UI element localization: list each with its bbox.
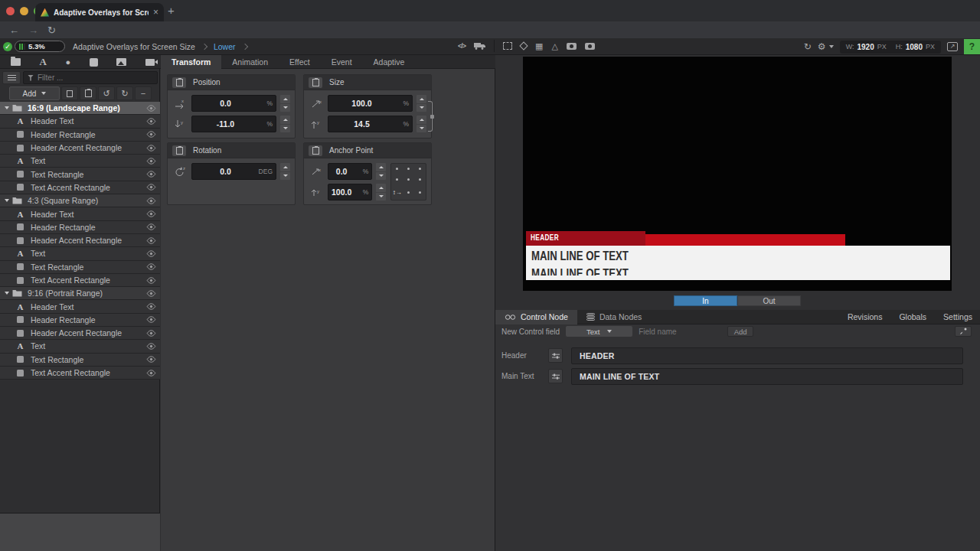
- layer-header-accent-rectangle[interactable]: Header Accent Rectangle: [0, 142, 160, 155]
- tab-adaptive[interactable]: Adaptive: [363, 55, 416, 69]
- preview-canvas[interactable]: HEADER MAIN LINE OF TEXT MAIN LINE OF TE…: [523, 57, 952, 291]
- size-y-input[interactable]: 14.5%: [328, 116, 413, 132]
- tab-control-node[interactable]: Control Node: [495, 310, 577, 324]
- minimize-window-button[interactable]: [20, 7, 28, 15]
- visibility-eye-icon[interactable]: [146, 343, 156, 350]
- size-x-stepper[interactable]: [416, 95, 426, 112]
- breadcrumb-composition[interactable]: Adaptive Overlays for Screen Size: [73, 42, 195, 51]
- anchor-y-input[interactable]: 100.0%: [328, 184, 372, 201]
- layer-text[interactable]: AText: [0, 155, 160, 168]
- layer-header-accent-rectangle[interactable]: Header Accent Rectangle: [0, 234, 160, 247]
- tab-transform[interactable]: Transform: [161, 55, 221, 69]
- position-y-stepper[interactable]: [280, 116, 290, 132]
- zoom-level-indicator[interactable]: 5.3%: [15, 41, 65, 52]
- visibility-eye-icon[interactable]: [146, 303, 156, 310]
- animate-in-button[interactable]: In: [674, 295, 737, 306]
- link-settings[interactable]: Settings: [943, 312, 972, 321]
- remove-layer-button[interactable]: −: [135, 86, 152, 100]
- field-name-input[interactable]: Field name: [639, 328, 721, 336]
- add-video-icon[interactable]: [145, 59, 155, 66]
- duplicate-layer-button[interactable]: [61, 86, 78, 100]
- add-layer-button[interactable]: Add: [9, 86, 60, 100]
- forward-icon[interactable]: →: [28, 25, 38, 35]
- screenshot-icon[interactable]: [585, 43, 595, 50]
- add-rectangle-icon[interactable]: [90, 58, 98, 67]
- layer-header-accent-rectangle[interactable]: Header Accent Rectangle: [0, 327, 160, 340]
- field-value-input[interactable]: MAIN LINE OF TEXT: [571, 368, 963, 385]
- tab-event[interactable]: Event: [321, 55, 363, 69]
- copy-values-button[interactable]: [172, 145, 186, 156]
- visibility-eye-icon[interactable]: [146, 105, 156, 112]
- visibility-eye-icon[interactable]: [146, 277, 156, 284]
- link-globals[interactable]: Globals: [899, 312, 926, 321]
- visibility-eye-icon[interactable]: [146, 131, 156, 138]
- undo-button[interactable]: ↺: [98, 86, 115, 100]
- rotate-view-icon[interactable]: ↻: [804, 42, 812, 51]
- code-view-icon[interactable]: </>: [458, 42, 466, 50]
- reload-icon[interactable]: ↻: [47, 25, 56, 35]
- visibility-eye-icon[interactable]: [146, 145, 156, 152]
- copy-values-button[interactable]: [172, 77, 186, 88]
- position-x-stepper[interactable]: [280, 95, 290, 112]
- add-text-icon[interactable]: A: [40, 56, 47, 68]
- visibility-eye-icon[interactable]: [146, 223, 156, 230]
- layer-group-4-3-square-range[interactable]: 4:3 (Square Range): [0, 194, 160, 207]
- browser-tab[interactable]: Adaptive Overlays for Screen S ×: [35, 3, 164, 21]
- layer-text-accent-rectangle[interactable]: Text Accent Rectangle: [0, 274, 160, 287]
- back-icon[interactable]: ←: [9, 25, 19, 35]
- close-window-button[interactable]: [6, 7, 15, 15]
- tab-animation[interactable]: Animation: [221, 55, 279, 69]
- rotation-z-input[interactable]: 0.0DEG: [191, 163, 276, 180]
- gear-icon[interactable]: ⚙: [818, 42, 826, 51]
- tab-close-icon[interactable]: ×: [153, 7, 158, 18]
- visibility-eye-icon[interactable]: [146, 171, 156, 178]
- add-image-icon[interactable]: [116, 58, 126, 66]
- visibility-eye-icon[interactable]: [146, 250, 156, 257]
- layer-header-text[interactable]: AHeader Text: [0, 300, 160, 313]
- caret-down-icon[interactable]: [5, 106, 9, 109]
- visibility-eye-icon[interactable]: [146, 210, 156, 217]
- add-group-folder-icon[interactable]: [11, 58, 21, 66]
- layer-group-16-9-landscape-range[interactable]: 16:9 (Landscape Range): [0, 102, 160, 115]
- visibility-eye-icon[interactable]: [146, 356, 156, 363]
- tab-effect[interactable]: Effect: [279, 55, 321, 69]
- visibility-eye-icon[interactable]: [146, 184, 156, 191]
- visibility-eye-icon[interactable]: [146, 118, 156, 125]
- field-options-button[interactable]: [548, 348, 563, 363]
- anchor-y-stepper[interactable]: [376, 184, 386, 201]
- camera-icon[interactable]: [567, 43, 577, 50]
- tab-data-nodes[interactable]: Data Nodes: [577, 310, 651, 324]
- help-button[interactable]: ?: [964, 39, 980, 54]
- layer-list-view-button[interactable]: [2, 71, 21, 84]
- layer-header-rectangle[interactable]: Header Rectangle: [0, 314, 160, 327]
- style-button[interactable]: [955, 326, 972, 337]
- visibility-eye-icon[interactable]: [146, 158, 156, 165]
- animate-out-button[interactable]: Out: [737, 295, 801, 306]
- paste-layer-button[interactable]: [80, 86, 96, 100]
- layer-text[interactable]: AText: [0, 247, 160, 260]
- layer-header-rectangle[interactable]: Header Rectangle: [0, 221, 160, 234]
- position-x-input[interactable]: 0.0%: [191, 95, 276, 112]
- visibility-eye-icon[interactable]: [146, 316, 156, 323]
- anchor-x-stepper[interactable]: [376, 163, 386, 180]
- new-tab-button[interactable]: +: [168, 4, 175, 17]
- add-field-button[interactable]: Add: [727, 326, 753, 337]
- anchor-x-input[interactable]: 0.0%: [328, 163, 372, 180]
- link-dimensions-icon[interactable]: [428, 101, 433, 132]
- redo-button[interactable]: ↻: [116, 86, 133, 100]
- link-revisions[interactable]: Revisions: [848, 312, 883, 321]
- layer-text-rectangle[interactable]: Text Rectangle: [0, 354, 160, 367]
- visibility-eye-icon[interactable]: [146, 330, 156, 337]
- field-value-input[interactable]: HEADER: [571, 347, 963, 364]
- layer-header-text[interactable]: AHeader Text: [0, 115, 160, 128]
- copy-values-button[interactable]: [309, 145, 322, 156]
- size-y-stepper[interactable]: [416, 116, 426, 132]
- add-circle-icon[interactable]: ●: [66, 57, 71, 67]
- layer-text-accent-rectangle[interactable]: Text Accent Rectangle: [0, 181, 160, 194]
- safe-area-icon[interactable]: △: [551, 42, 557, 51]
- visibility-eye-icon[interactable]: [146, 237, 156, 244]
- visibility-eye-icon[interactable]: [146, 370, 156, 377]
- visibility-eye-icon[interactable]: [146, 290, 156, 297]
- copy-values-button[interactable]: [309, 77, 322, 88]
- size-x-input[interactable]: 100.0%: [328, 95, 413, 112]
